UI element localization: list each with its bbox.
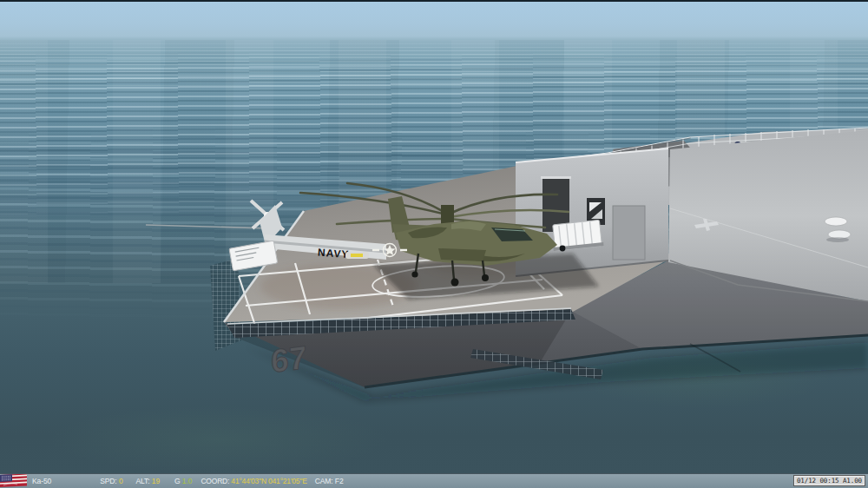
window-top-border: [0, 0, 868, 2]
drooping-rotor-blade: [146, 225, 269, 228]
altitude-label: ALT:: [136, 477, 150, 485]
mission-clock: 01/12 00:15 A1.00: [793, 475, 865, 486]
hangar-door-header: [541, 176, 571, 179]
ship-scene: 67: [0, 0, 868, 474]
navy-marking: NAVY: [318, 247, 350, 261]
hangar-closed-door: [613, 206, 645, 260]
altitude-value: 19: [152, 477, 160, 485]
coordinates-label: COORD:: [201, 477, 229, 485]
ship-lcs-trimaran: 67: [146, 128, 868, 401]
hull-number: 67: [271, 339, 307, 379]
yellow-band-store: [351, 254, 363, 257]
stub-wing: [438, 248, 486, 261]
camera-value: F2: [335, 477, 344, 485]
speed-value: 0: [119, 477, 123, 485]
aircraft-name: Ka-50: [32, 477, 51, 485]
gforce-value: 1.0: [182, 477, 193, 485]
us-flag-icon: [0, 474, 27, 488]
coordinates-value: 41°44'03"N 041°21'05"E: [231, 477, 306, 485]
nose-sensor-ball: [560, 246, 566, 252]
status-bar: Ka-50 SPD: 0 ALT: 19 G 1.0 COORD: 41°44'…: [0, 473, 868, 488]
gforce-label: G: [174, 477, 181, 485]
simulator-window: 67: [0, 0, 868, 488]
liferaft-sign-board: [551, 220, 604, 251]
camera-label: CAM:: [315, 477, 333, 485]
speed-label: SPD:: [100, 477, 116, 485]
